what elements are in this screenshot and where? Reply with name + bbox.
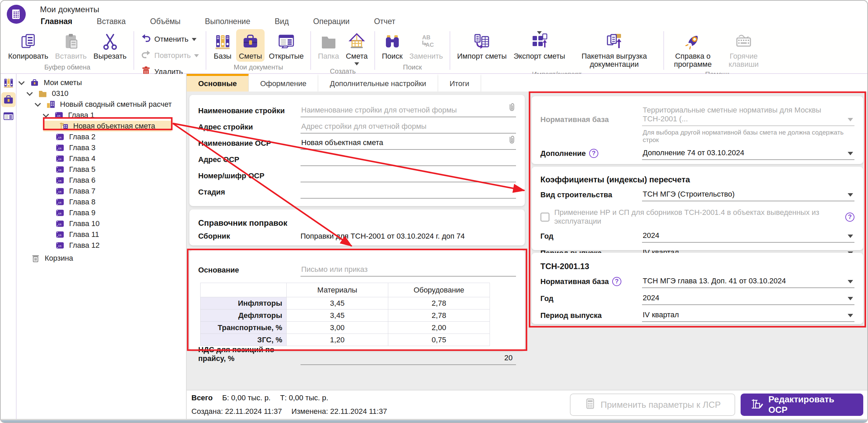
undo-button[interactable]: Отменить	[141, 33, 199, 45]
table-cell[interactable]: 2,00	[388, 322, 490, 334]
redo-button[interactable]: Повторить	[141, 49, 199, 62]
menu-tab-vstavka[interactable]: Вставка	[95, 17, 128, 28]
tab-oformlenie[interactable]: Оформление	[249, 74, 318, 92]
table-cell[interactable]: 1,20	[287, 334, 388, 346]
tsn13-title: ТСН-2001.13	[532, 262, 863, 271]
construction-name-input[interactable]: Наименование стройки для отчетной формы	[301, 105, 516, 117]
tree-item-chapter-1[interactable]: гл Глава 1	[17, 110, 186, 121]
paperclip-icon[interactable]	[507, 103, 516, 114]
batch-export-button[interactable]: Пакетная выгрузка документации	[569, 29, 659, 70]
search-button[interactable]: Поиск	[379, 29, 405, 62]
tree-item-chapter[interactable]: гл Глава 4	[17, 153, 186, 164]
tree-item-new-object-estimate[interactable]: Новая объектная смета	[17, 121, 186, 132]
nr-sp-checkbox[interactable]	[540, 213, 550, 222]
menu-tab-vid[interactable]: Вид	[273, 17, 291, 28]
open-documents-icon	[277, 31, 296, 52]
tree-item-chapter[interactable]: гл Глава 11	[17, 229, 186, 240]
tree-item-chapter[interactable]: гл Глава 6	[17, 175, 186, 186]
export-estimate-button[interactable]: Экспорт сметы	[511, 29, 568, 62]
keyboard-icon	[734, 31, 753, 52]
menu-tab-obyomy[interactable]: Объёмы	[148, 17, 183, 28]
construction-address-input[interactable]: Адрес стройки для отчетной формы	[301, 121, 516, 134]
hotkeys-button[interactable]: Горячие клавиши	[719, 29, 768, 70]
bases-button[interactable]: Базы	[210, 29, 235, 62]
chapter-icon: гл	[55, 164, 65, 175]
export-dropdown-icon[interactable]	[537, 31, 542, 34]
tree-item-my-estimates[interactable]: Мои сметы	[17, 77, 186, 88]
table-cell[interactable]: 3,45	[287, 309, 388, 322]
rail-bases-button[interactable]	[1, 75, 16, 90]
tab-dop-nastroyki[interactable]: Дополнительные настройки	[318, 74, 438, 92]
help-icon[interactable]: ?	[589, 149, 598, 158]
tsn13-base-select[interactable]: ТСН МГЭ глава 13. Доп. 41 от 03.10.2024	[642, 276, 854, 288]
table-cell[interactable]: 3,45	[287, 297, 388, 309]
tree-item-chapter[interactable]: гл Глава 12	[17, 240, 186, 251]
chapter-icon: гл	[55, 154, 65, 164]
tree-item-trash[interactable]: Корзина	[17, 253, 186, 264]
tree-item-chapter[interactable]: гл Глава 9	[17, 207, 186, 218]
chevron-down-icon[interactable]	[26, 89, 33, 96]
tree-item-chapter[interactable]: гл Глава 7	[17, 186, 186, 197]
tree-item-chapter[interactable]: гл Глава 5	[17, 164, 186, 175]
edit-osr-button[interactable]: Редактировать ОСР	[741, 394, 863, 416]
basis-input[interactable]: Письмо или приказ	[301, 264, 516, 277]
paste-button[interactable]: Вставить	[52, 29, 89, 62]
tree-item-summary-calc[interactable]: Новый сводный сметный расчет	[17, 99, 186, 110]
import-estimate-button[interactable]: Импорт сметы	[454, 29, 510, 62]
help-icon[interactable]: ?	[612, 277, 621, 286]
vat-input[interactable]: 20	[301, 353, 516, 365]
construction-kind-row: Вид строительства ТСН МГЭ (Строительство…	[532, 189, 863, 201]
replace-button[interactable]: ABAC Заменить	[407, 29, 446, 62]
object-estimate-icon	[59, 121, 69, 131]
chevron-down-icon[interactable]	[35, 100, 41, 106]
construction-kind-select[interactable]: ТСН МГЭ (Строительство)	[642, 189, 854, 201]
tab-osnovnye[interactable]: Основные	[187, 74, 249, 92]
dropdown-arrow-icon	[848, 118, 853, 121]
tsn13-card: ТСН-2001.13 Нормативная база? ТСН МГЭ гл…	[532, 253, 863, 324]
dropdown-arrow-icon	[848, 280, 853, 283]
chevron-down-icon[interactable]	[18, 79, 24, 85]
year-select[interactable]: 2024	[642, 230, 854, 243]
rail-estimates-button[interactable]	[1, 92, 16, 107]
paperclip-icon[interactable]	[507, 136, 516, 146]
stage-input[interactable]	[301, 186, 516, 199]
dropdown-arrow-icon	[848, 297, 853, 300]
about-button[interactable]: Справка о программе	[668, 29, 718, 70]
table-cell[interactable]: 2,78	[388, 309, 490, 322]
apply-to-lsr-button[interactable]: Применить параметры к ЛСР	[570, 394, 735, 416]
tab-itogi[interactable]: Итоги	[438, 74, 481, 92]
ribbon-group-caption: Поиск	[403, 63, 422, 73]
tree-item-chapter[interactable]: гл Глава 2	[17, 132, 186, 142]
menu-tab-vypolnenie[interactable]: Выполнение	[203, 17, 252, 28]
tsn13-period-select[interactable]: IV квартал	[642, 310, 854, 322]
tsn13-year-select[interactable]: 2024	[642, 293, 854, 305]
osr-name-input[interactable]: Новая объектная смета	[301, 138, 516, 150]
osr-number-input[interactable]	[301, 170, 516, 182]
table-cell[interactable]: 0,75	[388, 334, 490, 346]
new-estimate-button[interactable]: Смета	[343, 29, 371, 67]
tree-item-chapter[interactable]: гл Глава 3	[17, 142, 186, 153]
undo-dropdown-icon[interactable]	[192, 38, 197, 41]
undo-icon	[141, 33, 151, 45]
tree-item-chapter[interactable]: гл Глава 10	[17, 218, 186, 229]
copy-button[interactable]: Копировать	[5, 29, 51, 62]
chevron-down-icon[interactable]	[43, 111, 49, 117]
menu-tab-otchet[interactable]: Отчет	[372, 17, 397, 28]
rail-opened-button[interactable]	[1, 109, 16, 124]
menu-tab-glavnaya[interactable]: Главная	[39, 17, 75, 28]
cut-button[interactable]: Вырезать	[91, 29, 129, 62]
estimates-button[interactable]: Сметы	[236, 29, 265, 62]
normative-base-select[interactable]: Территориальные сметные нормативы для Мо…	[642, 106, 854, 126]
dropdown-arrow-icon	[848, 193, 853, 197]
supplement-select[interactable]: Дополнение 74 от 03.10.2024	[642, 148, 854, 160]
table-cell[interactable]: 3,00	[287, 322, 388, 334]
tree-item-folder-0310[interactable]: 0310	[17, 88, 186, 99]
opened-button[interactable]: Открытые	[266, 29, 306, 62]
tree-item-chapter[interactable]: гл Глава 8	[17, 197, 186, 207]
new-estimate-dropdown-icon[interactable]	[354, 62, 359, 65]
table-cell[interactable]: 2,78	[388, 297, 490, 309]
menu-tab-operacii[interactable]: Операции	[311, 17, 352, 28]
help-icon[interactable]: ?	[845, 213, 854, 222]
osr-address-input[interactable]	[301, 154, 516, 166]
new-folder-button[interactable]: Папка	[315, 29, 342, 62]
